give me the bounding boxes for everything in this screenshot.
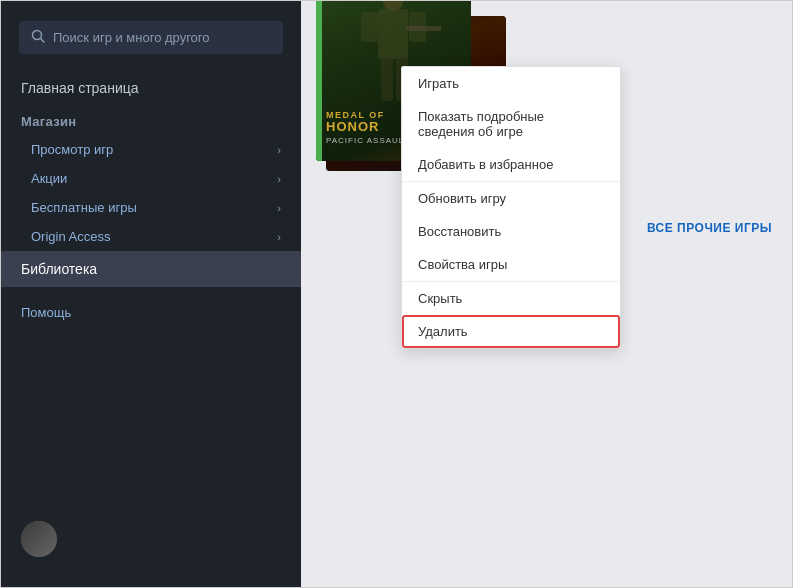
context-delete[interactable]: Удалить	[418, 324, 604, 339]
context-play[interactable]: Играть	[402, 67, 620, 100]
svg-rect-17	[406, 26, 441, 31]
all-games-link[interactable]: ВСЕ ПРОЧИЕ ИГРЫ	[647, 221, 772, 235]
chevron-right-icon: ›	[277, 202, 281, 214]
search-input[interactable]: Поиск игр и много другого	[53, 30, 271, 45]
context-menu: Играть Показать подробные сведения об иг…	[401, 66, 621, 349]
avatar-image	[21, 521, 57, 557]
nav-store-title: Магазин	[1, 102, 301, 135]
sidebar: Поиск игр и много другого Главная страни…	[1, 1, 301, 588]
svg-rect-11	[378, 9, 408, 59]
context-details[interactable]: Показать подробные сведения об игре	[402, 100, 620, 148]
nav-library[interactable]: Библиотека	[1, 251, 301, 287]
chevron-right-icon: ›	[277, 231, 281, 243]
nav-origin-access[interactable]: Origin Access ›	[1, 222, 301, 251]
nav-home[interactable]: Главная страница	[1, 74, 301, 102]
context-update[interactable]: Обновить игру	[402, 182, 620, 215]
svg-line-1	[41, 39, 45, 43]
context-properties[interactable]: Свойства игры	[402, 248, 620, 281]
chevron-right-icon: ›	[277, 173, 281, 185]
chevron-right-icon: ›	[277, 144, 281, 156]
main-content: BATTLEFIELD	[301, 1, 792, 587]
nav-free-games[interactable]: Бесплатные игры ›	[1, 193, 301, 222]
context-restore[interactable]: Восстановить	[402, 215, 620, 248]
search-icon	[31, 29, 45, 46]
nav-help[interactable]: Помощь	[1, 295, 301, 330]
context-add-favorite[interactable]: Добавить в избранное	[402, 148, 620, 181]
context-hide[interactable]: Скрыть	[402, 282, 620, 315]
sidebar-bottom	[1, 509, 301, 569]
svg-rect-12	[361, 12, 378, 42]
games-area: BATTLEFIELD	[301, 1, 792, 181]
nav-browse-games[interactable]: Просмотр игр ›	[1, 135, 301, 164]
context-delete-wrapper: Удалить	[402, 315, 620, 348]
search-box[interactable]: Поиск игр и много другого	[19, 21, 283, 54]
nav-sales[interactable]: Акции ›	[1, 164, 301, 193]
avatar[interactable]	[21, 521, 57, 557]
svg-rect-14	[381, 56, 393, 101]
